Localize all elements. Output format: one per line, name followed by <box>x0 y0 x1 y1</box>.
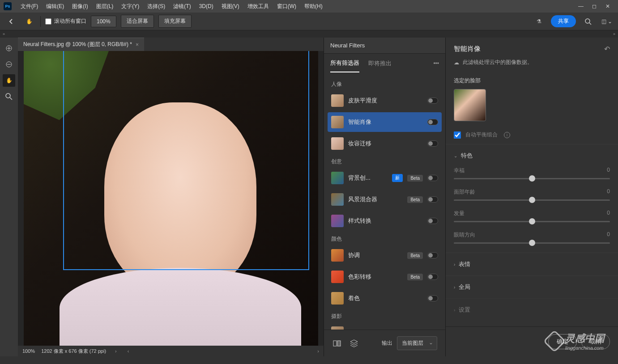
document-image <box>24 51 318 346</box>
hand-tool-icon[interactable]: ✋ <box>22 15 36 28</box>
face-thumbnail[interactable] <box>454 89 486 121</box>
accordion-title: 表情 <box>459 260 470 268</box>
search-icon[interactable] <box>581 15 595 28</box>
menu-help[interactable]: 帮助(H) <box>301 1 326 12</box>
filter-smart-portrait[interactable]: 智能肖像 <box>328 112 442 132</box>
zoom-tool[interactable] <box>3 90 15 103</box>
section-portrait: 人像 <box>328 78 442 91</box>
menu-plugins[interactable]: 增效工具 <box>244 1 273 12</box>
add-anchor-tool[interactable] <box>3 42 15 55</box>
expand-left-icon[interactable]: » <box>3 32 5 36</box>
workspace-icon[interactable]: ◫ ⌄ <box>600 15 614 28</box>
filter-label: 妆容迁移 <box>348 140 423 148</box>
slider-thumb[interactable] <box>529 175 535 182</box>
menu-view[interactable]: 视图(V) <box>218 1 243 12</box>
scroll-right-icon[interactable]: › <box>317 348 319 354</box>
beaker-icon[interactable]: ⚗ <box>532 15 546 28</box>
tab-upcoming[interactable]: 即将推出 <box>368 55 392 72</box>
filter-toggle[interactable] <box>427 140 438 147</box>
beta-badge: Beta <box>407 196 423 203</box>
layers-icon[interactable] <box>349 339 359 348</box>
menu-edit[interactable]: 编辑(E) <box>43 1 68 12</box>
close-button[interactable]: ✕ <box>601 2 614 11</box>
slider-thumb[interactable] <box>529 218 535 224</box>
share-button[interactable]: 共享 <box>551 15 576 27</box>
filter-toggle[interactable] <box>427 175 438 181</box>
accordion-header-expression[interactable]: › 表情 <box>454 258 610 271</box>
fill-screen-button[interactable]: 填充屏幕 <box>158 15 192 28</box>
minimize-button[interactable]: — <box>574 2 588 11</box>
filter-label: 背景创... <box>348 174 388 182</box>
svg-point-0 <box>585 19 590 23</box>
filter-colorize[interactable]: 着色 <box>328 288 442 308</box>
tab-all-filters[interactable]: 所有筛选器 <box>330 55 359 72</box>
menu-window[interactable]: 窗口(W) <box>273 1 300 12</box>
accordion-title: 设置 <box>459 306 470 314</box>
menu-type[interactable]: 文字(Y) <box>118 1 143 12</box>
hand-tool[interactable]: ✋ <box>3 74 15 87</box>
svg-line-1 <box>589 23 591 25</box>
scroll-left-icon[interactable]: ‹ <box>128 348 129 354</box>
filter-thumb <box>331 271 344 283</box>
nf-more-icon[interactable]: ••• <box>433 60 439 67</box>
back-icon[interactable] <box>4 15 18 28</box>
menu-select[interactable]: 选择(S) <box>144 1 169 12</box>
filter-thumb <box>331 137 344 150</box>
neural-filters-panel: Neural Filters 所有筛选器 即将推出 ••• 人像 皮肤平滑度 智… <box>324 38 445 356</box>
slider-track[interactable] <box>454 242 610 244</box>
filter-harmonize[interactable]: 协调 Beta <box>328 245 442 265</box>
filter-skin-smoothing[interactable]: 皮肤平滑度 <box>328 91 442 110</box>
subtract-anchor-tool[interactable] <box>3 58 15 71</box>
slider-track[interactable] <box>454 199 610 201</box>
zoom-level-button[interactable]: 100% <box>91 16 116 27</box>
fit-screen-button[interactable]: 适合屏幕 <box>121 15 154 28</box>
menu-file[interactable]: 文件(F) <box>17 1 42 12</box>
filter-style-transfer[interactable]: 样式转换 <box>328 211 442 231</box>
filter-label: 皮肤平滑度 <box>348 97 423 105</box>
filter-toggle[interactable] <box>427 295 438 301</box>
maximize-button[interactable]: ◻ <box>588 2 601 11</box>
filter-super-zoom[interactable]: 超级缩放 <box>328 323 442 330</box>
scroll-all-checkbox[interactable]: 滚动所有窗口 <box>45 17 86 25</box>
menu-image[interactable]: 图像(I) <box>68 1 91 12</box>
document-tab[interactable]: Neural Filters.jpg @ 100% (图层 0, RGB/8#)… <box>18 38 144 51</box>
filter-landscape-mixer[interactable]: 风景混合器 Beta <box>328 190 442 209</box>
expand-right-icon[interactable]: » <box>613 32 615 36</box>
slider-track[interactable] <box>454 178 610 179</box>
accordion-header-featured[interactable]: ⌄ 特色 <box>454 149 610 162</box>
status-arrow-icon[interactable]: › <box>115 348 117 354</box>
svg-rect-10 <box>337 341 341 346</box>
output-select[interactable]: 当前图层 <box>397 336 437 350</box>
filter-toggle[interactable] <box>427 218 438 224</box>
status-zoom[interactable]: 100% <box>22 348 35 354</box>
accordion-header-global[interactable]: › 全局 <box>454 280 610 294</box>
reset-icon[interactable]: ↶ <box>604 45 610 53</box>
cancel-button[interactable]: 取消 <box>581 334 610 349</box>
ok-button[interactable]: 确定 <box>548 334 577 349</box>
menu-layer[interactable]: 图层(L) <box>93 1 117 12</box>
menu-filter[interactable]: 滤镜(T) <box>170 1 194 12</box>
filter-bg-generator[interactable]: 背景创... 新 Beta <box>328 168 442 188</box>
slider-track[interactable] <box>454 221 610 222</box>
slider-thumb[interactable] <box>529 197 535 203</box>
filter-toggle[interactable] <box>427 119 438 125</box>
filter-toggle[interactable] <box>427 274 438 280</box>
slider-value: 0 <box>607 210 610 217</box>
slider-happy: 幸福0 <box>454 162 610 184</box>
auto-balance-checkbox[interactable]: 自动平衡组合 i <box>446 126 618 144</box>
filter-toggle[interactable] <box>427 196 438 203</box>
slider-thumb[interactable] <box>529 240 535 246</box>
compare-icon[interactable] <box>332 339 342 348</box>
filter-toggle[interactable] <box>427 97 438 104</box>
filter-makeup-transfer[interactable]: 妆容迁移 <box>328 134 442 153</box>
tab-close-icon[interactable]: × <box>136 42 139 48</box>
chevron-right-icon: › <box>454 285 455 290</box>
filter-color-transfer[interactable]: 色彩转移 Beta <box>328 267 442 287</box>
canvas[interactable] <box>18 51 324 346</box>
menu-3d[interactable]: 3D(D) <box>196 1 217 11</box>
slider-label: 眼睛方向 <box>454 231 475 239</box>
rp-bottom-bar: 确定 取消 <box>446 326 618 356</box>
filter-toggle[interactable] <box>427 252 438 258</box>
info-icon[interactable]: i <box>504 132 510 138</box>
accordion-header-settings[interactable]: › 设置 <box>454 303 610 317</box>
